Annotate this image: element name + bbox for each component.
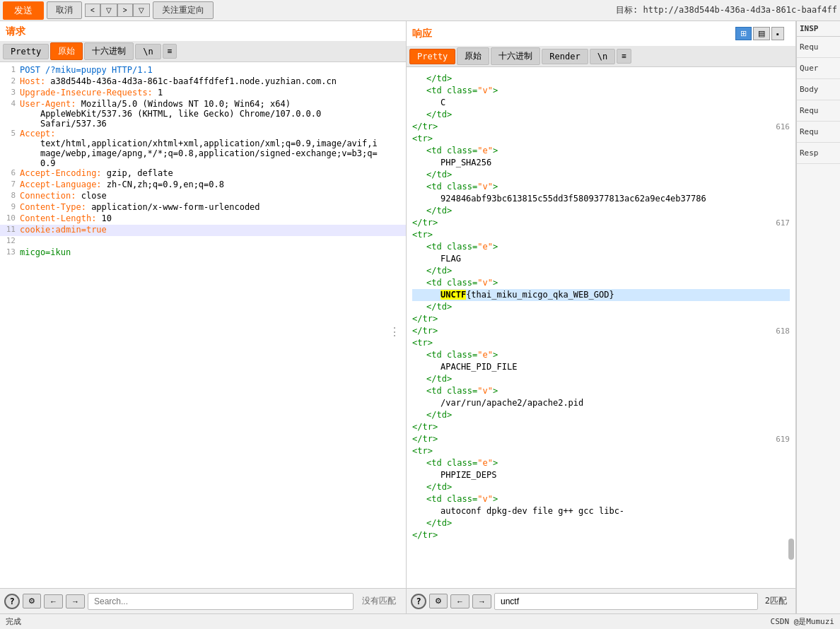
tab-response-pretty[interactable]: Pretty [409,49,455,64]
response-header-row: 响应 ⊞ ▤ ▪ [407,21,795,46]
response-code-area[interactable]: </td> <td class="v"> C </td> </tr> 616 <… [407,67,795,588]
settings-icon-left[interactable]: ⚙ [23,594,41,609]
response-panel: 响应 ⊞ ▤ ▪ Pretty 原始 十六进制 Render \n ≡ </td… [407,21,796,613]
resp-line-apache: APACHE_PID_FILE [412,361,790,373]
nav-prev2-button[interactable]: ▽ [100,4,117,17]
back-arrow-left[interactable]: ← [44,594,63,609]
request-panel: 请求 Pretty 原始 十六进制 \n ≡ 1 POST /?miku=pup… [0,21,407,613]
resp-line: <td class="e"> [412,241,790,253]
request-line-1: 1 POST /?miku=puppy HTTP/1.1 [0,65,406,76]
resp-line-phpize: PHPIZE_DEPS [412,469,790,481]
back-arrow-right[interactable]: ← [450,594,469,609]
resp-line: </td> [412,205,790,217]
settings-icon-right[interactable]: ⚙ [429,594,448,609]
view-compact-button[interactable]: ▪ [771,27,784,40]
help-icon-left[interactable]: ? [4,594,20,609]
nav-next-button[interactable]: > [117,4,133,17]
resp-line-618: </tr> 618 [412,325,790,337]
resp-line: </tr> [412,421,790,433]
tab-request-newline[interactable]: \n [135,44,161,59]
request-line-5: 5 Accept: text/html,application/xhtml+xm… [0,129,406,168]
resp-line: <tr> [412,229,790,241]
no-match-label: 没有匹配 [356,595,402,607]
resp-line: <td class="v"> [412,277,790,289]
inspector-title: INSP [797,21,840,37]
resp-line: <tr> [412,445,790,457]
main-area: 请求 Pretty 原始 十六进制 \n ≡ 1 POST /?miku=pup… [0,21,840,613]
tab-response-menu[interactable]: ≡ [617,49,631,64]
tab-response-render[interactable]: Render [542,49,588,64]
resp-line: <td class="e"> [412,457,790,469]
status-bar: 完成 CSDN @是Mumuzi [0,613,840,629]
request-line-2: 2 Host: a38d544b-436a-4d3a-861c-baaf4ffd… [0,76,406,88]
resp-line-flag-value: UNCTF{thai_miku_micgo_qka_WEB_GOD} [412,289,790,301]
request-line-13: 13 micgo=ikun [0,247,406,259]
resp-line: <td class="v"> [412,85,790,97]
resp-line-617: </tr> 617 [412,217,790,229]
request-line-6: 6 Accept-Encoding: gzip, deflate [0,168,406,180]
resp-line: </tr> [412,313,790,325]
request-code-area[interactable]: 1 POST /?miku=puppy HTTP/1.1 2 Host: a38… [0,62,406,588]
resp-line: </td> [412,481,790,493]
request-line-3: 3 Upgrade-Insecure-Requests: 1 [0,88,406,99]
match-count-label: 2匹配 [761,595,791,607]
inspector-item-quer[interactable]: Quer [797,58,840,79]
request-line-9: 9 Content-Type: application/x-www-form-u… [0,202,406,213]
view-toggle-buttons: ⊞ ▤ ▪ [730,24,790,43]
target-url: 目标: http://a38d544b-436a-4d3a-861c-baaf4… [216,4,837,16]
view-split-button[interactable]: ⊞ [735,27,752,40]
more-dots-indicator: ⋮ [389,325,400,339]
tab-response-newline[interactable]: \n [590,49,615,64]
response-search-input[interactable] [494,593,758,610]
response-tab-bar: Pretty 原始 十六进制 Render \n ≡ [407,46,795,67]
forward-arrow-left[interactable]: → [66,594,85,609]
resp-line: <td class="v"> [412,493,790,505]
help-icon-right[interactable]: ? [411,594,426,609]
cancel-button[interactable]: 取消 [47,1,82,19]
resp-line: </td> [412,301,790,313]
tab-request-raw[interactable]: 原始 [50,42,83,60]
request-line-8: 8 Connection: close [0,191,406,202]
view-list-button[interactable]: ▤ [753,27,770,40]
request-line-10: 10 Content-Length: 10 [0,213,406,225]
follow-redirect-button[interactable]: 关注重定向 [153,1,214,19]
inspector-item-requ1[interactable]: Requ [797,37,840,58]
request-line-4: 4 User-Agent: Mozilla/5.0 (Windows NT 10… [0,99,406,129]
tab-request-pretty[interactable]: Pretty [3,44,49,59]
nav-prev-button[interactable]: < [85,4,100,17]
nav-buttons: < ▽ > ▽ [85,4,150,17]
request-search-input[interactable] [88,593,354,610]
resp-line: <tr> [412,133,790,145]
resp-line: C [412,97,790,109]
status-text: 完成 [6,616,21,627]
tab-response-hex[interactable]: 十六进制 [491,47,540,65]
request-line-11: 11 cookie:admin=true [0,225,406,236]
inspector-panel: INSP Requ Quer Body Requ Requ Resp [796,21,840,613]
resp-line: <td class="e"> [412,145,790,157]
tab-response-raw[interactable]: 原始 [457,47,489,65]
resp-line: <td class="e"> [412,349,790,361]
inspector-item-body[interactable]: Body [797,79,840,100]
tab-request-menu[interactable]: ≡ [163,44,177,59]
scroll-thumb [788,539,794,560]
response-bottom-bar: ? ⚙ ← → 2匹配 [407,588,795,613]
request-line-12: 12 [0,236,406,247]
request-bottom-bar: ? ⚙ ← → 没有匹配 [0,588,406,613]
forward-arrow-right[interactable]: → [472,594,491,609]
inspector-item-requ2[interactable]: Requ [797,100,840,122]
inspector-item-resp[interactable]: Resp [797,143,840,164]
response-panel-title: 响应 [412,26,432,42]
resp-line: </td> [412,517,790,529]
resp-line: 924846abf93bc613815c55dd3f5809377813ac62… [412,193,790,205]
resp-line: </td> [412,73,790,85]
inspector-item-requ3[interactable]: Requ [797,122,840,143]
tab-request-hex[interactable]: 十六进制 [84,42,134,60]
nav-next2-button[interactable]: ▽ [133,4,150,17]
request-line-7: 7 Accept-Language: zh-CN,zh;q=0.9,en;q=0… [0,180,406,191]
resp-line: <td class="v"> [412,181,790,193]
resp-line: </td> [412,265,790,277]
send-button[interactable]: 发送 [3,1,44,20]
resp-line-pid: /var/run/apache2/apache2.pid [412,397,790,409]
resp-line: </td> [412,373,790,385]
resp-line: </td> [412,169,790,181]
